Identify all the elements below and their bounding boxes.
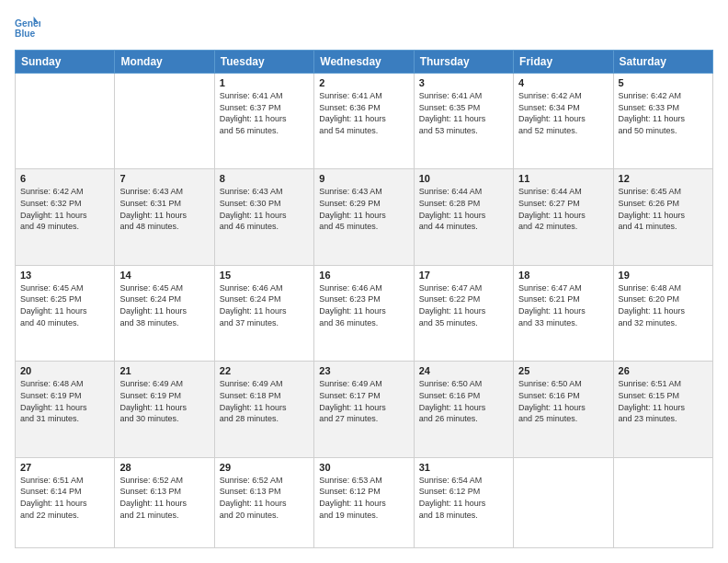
cell-info: Sunrise: 6:44 AMSunset: 6:27 PMDaylight:… [518, 186, 608, 232]
header: General Blue [15, 15, 713, 40]
cell-info: Sunrise: 6:52 AMSunset: 6:13 PMDaylight:… [119, 475, 209, 521]
calendar-cell: 5Sunrise: 6:42 AMSunset: 6:33 PMDaylight… [613, 74, 712, 169]
calendar-cell: 18Sunrise: 6:47 AMSunset: 6:21 PMDayligh… [514, 265, 613, 361]
cell-info: Sunrise: 6:49 AMSunset: 6:19 PMDaylight:… [119, 378, 209, 424]
calendar-cell: 10Sunrise: 6:44 AMSunset: 6:28 PMDayligh… [414, 169, 513, 265]
calendar-cell: 4Sunrise: 6:42 AMSunset: 6:34 PMDaylight… [514, 74, 613, 169]
day-number: 20 [20, 365, 109, 376]
cell-info: Sunrise: 6:49 AMSunset: 6:18 PMDaylight:… [220, 378, 309, 424]
day-number: 26 [619, 365, 708, 376]
cell-info: Sunrise: 6:53 AMSunset: 6:12 PMDaylight:… [319, 475, 408, 521]
cell-info: Sunrise: 6:51 AMSunset: 6:14 PMDaylight:… [20, 475, 109, 521]
calendar-cell: 15Sunrise: 6:46 AMSunset: 6:24 PMDayligh… [214, 265, 313, 361]
calendar-cell: 29Sunrise: 6:52 AMSunset: 6:13 PMDayligh… [214, 457, 313, 547]
day-number: 8 [220, 173, 309, 184]
day-number: 3 [419, 77, 508, 88]
calendar-cell: 1Sunrise: 6:41 AMSunset: 6:37 PMDaylight… [214, 74, 313, 169]
cell-info: Sunrise: 6:45 AMSunset: 6:24 PMDaylight:… [119, 282, 209, 328]
cell-info: Sunrise: 6:48 AMSunset: 6:20 PMDaylight:… [619, 282, 708, 328]
calendar-cell [613, 457, 712, 547]
day-number: 15 [220, 270, 309, 281]
calendar-cell: 17Sunrise: 6:47 AMSunset: 6:22 PMDayligh… [414, 265, 513, 361]
logo: General Blue [15, 15, 42, 40]
day-number: 6 [20, 173, 109, 184]
day-number: 17 [419, 270, 508, 281]
day-number: 7 [119, 173, 209, 184]
day-number: 19 [619, 270, 708, 281]
cell-info: Sunrise: 6:50 AMSunset: 6:16 PMDaylight:… [419, 378, 508, 424]
cell-info: Sunrise: 6:47 AMSunset: 6:21 PMDaylight:… [518, 282, 608, 328]
cell-info: Sunrise: 6:51 AMSunset: 6:15 PMDaylight:… [619, 378, 708, 424]
cell-info: Sunrise: 6:44 AMSunset: 6:28 PMDaylight:… [419, 186, 508, 232]
weekday-header: Thursday [414, 51, 513, 74]
day-number: 30 [319, 462, 408, 473]
calendar-cell: 7Sunrise: 6:43 AMSunset: 6:31 PMDaylight… [115, 169, 214, 265]
cell-info: Sunrise: 6:41 AMSunset: 6:35 PMDaylight:… [419, 90, 508, 136]
calendar-cell: 19Sunrise: 6:48 AMSunset: 6:20 PMDayligh… [613, 265, 712, 361]
cell-info: Sunrise: 6:42 AMSunset: 6:32 PMDaylight:… [20, 186, 109, 232]
day-number: 25 [518, 365, 608, 376]
calendar-cell: 16Sunrise: 6:46 AMSunset: 6:23 PMDayligh… [314, 265, 414, 361]
calendar-cell: 9Sunrise: 6:43 AMSunset: 6:29 PMDaylight… [314, 169, 414, 265]
cell-info: Sunrise: 6:45 AMSunset: 6:25 PMDaylight:… [20, 282, 109, 328]
calendar-cell: 12Sunrise: 6:45 AMSunset: 6:26 PMDayligh… [613, 169, 712, 265]
day-number: 21 [119, 365, 209, 376]
day-number: 14 [119, 270, 209, 281]
day-number: 13 [20, 270, 109, 281]
day-number: 27 [20, 462, 109, 473]
page: General Blue SundayMondayTuesdayWednesda… [0, 0, 728, 563]
day-number: 29 [220, 462, 309, 473]
weekday-header: Wednesday [314, 51, 414, 74]
calendar-cell: 11Sunrise: 6:44 AMSunset: 6:27 PMDayligh… [514, 169, 613, 265]
cell-info: Sunrise: 6:43 AMSunset: 6:30 PMDaylight:… [220, 186, 309, 232]
cell-info: Sunrise: 6:47 AMSunset: 6:22 PMDaylight:… [419, 282, 508, 328]
day-number: 24 [419, 365, 508, 376]
cell-info: Sunrise: 6:46 AMSunset: 6:23 PMDaylight:… [319, 282, 408, 328]
day-number: 12 [619, 173, 708, 184]
calendar-cell: 14Sunrise: 6:45 AMSunset: 6:24 PMDayligh… [115, 265, 214, 361]
day-number: 22 [220, 365, 309, 376]
calendar-cell: 20Sunrise: 6:48 AMSunset: 6:19 PMDayligh… [16, 362, 115, 457]
day-number: 18 [518, 270, 608, 281]
day-number: 16 [319, 270, 408, 281]
weekday-header: Sunday [16, 51, 115, 74]
cell-info: Sunrise: 6:49 AMSunset: 6:17 PMDaylight:… [319, 378, 408, 424]
cell-info: Sunrise: 6:54 AMSunset: 6:12 PMDaylight:… [419, 475, 508, 521]
calendar-cell: 13Sunrise: 6:45 AMSunset: 6:25 PMDayligh… [16, 265, 115, 361]
cell-info: Sunrise: 6:42 AMSunset: 6:33 PMDaylight:… [619, 90, 708, 136]
svg-text:General: General [15, 18, 40, 29]
day-number: 11 [518, 173, 608, 184]
calendar-cell: 27Sunrise: 6:51 AMSunset: 6:14 PMDayligh… [16, 457, 115, 547]
cell-info: Sunrise: 6:43 AMSunset: 6:29 PMDaylight:… [319, 186, 408, 232]
weekday-header: Monday [115, 51, 214, 74]
calendar-cell: 3Sunrise: 6:41 AMSunset: 6:35 PMDaylight… [414, 74, 513, 169]
calendar-cell: 24Sunrise: 6:50 AMSunset: 6:16 PMDayligh… [414, 362, 513, 457]
cell-info: Sunrise: 6:41 AMSunset: 6:37 PMDaylight:… [220, 90, 309, 136]
cell-info: Sunrise: 6:42 AMSunset: 6:34 PMDaylight:… [518, 90, 608, 136]
cell-info: Sunrise: 6:48 AMSunset: 6:19 PMDaylight:… [20, 378, 109, 424]
calendar-cell: 30Sunrise: 6:53 AMSunset: 6:12 PMDayligh… [314, 457, 414, 547]
day-number: 4 [518, 77, 608, 88]
cell-info: Sunrise: 6:45 AMSunset: 6:26 PMDaylight:… [619, 186, 708, 232]
calendar-cell [514, 457, 613, 547]
weekday-header: Tuesday [214, 51, 313, 74]
calendar-cell: 31Sunrise: 6:54 AMSunset: 6:12 PMDayligh… [414, 457, 513, 547]
cell-info: Sunrise: 6:50 AMSunset: 6:16 PMDaylight:… [518, 378, 608, 424]
day-number: 2 [319, 77, 408, 88]
cell-info: Sunrise: 6:43 AMSunset: 6:31 PMDaylight:… [119, 186, 209, 232]
calendar-cell: 23Sunrise: 6:49 AMSunset: 6:17 PMDayligh… [314, 362, 414, 457]
calendar-table: SundayMondayTuesdayWednesdayThursdayFrid… [15, 50, 713, 548]
calendar-cell: 25Sunrise: 6:50 AMSunset: 6:16 PMDayligh… [514, 362, 613, 457]
weekday-header: Saturday [613, 51, 712, 74]
calendar-cell: 21Sunrise: 6:49 AMSunset: 6:19 PMDayligh… [115, 362, 214, 457]
day-number: 9 [319, 173, 408, 184]
calendar-cell: 28Sunrise: 6:52 AMSunset: 6:13 PMDayligh… [115, 457, 214, 547]
day-number: 1 [220, 77, 309, 88]
calendar-cell: 26Sunrise: 6:51 AMSunset: 6:15 PMDayligh… [613, 362, 712, 457]
cell-info: Sunrise: 6:41 AMSunset: 6:36 PMDaylight:… [319, 90, 408, 136]
day-number: 28 [119, 462, 209, 473]
calendar-cell: 2Sunrise: 6:41 AMSunset: 6:36 PMDaylight… [314, 74, 414, 169]
calendar-cell [16, 74, 115, 169]
svg-text:Blue: Blue [15, 29, 36, 39]
calendar-cell: 6Sunrise: 6:42 AMSunset: 6:32 PMDaylight… [16, 169, 115, 265]
